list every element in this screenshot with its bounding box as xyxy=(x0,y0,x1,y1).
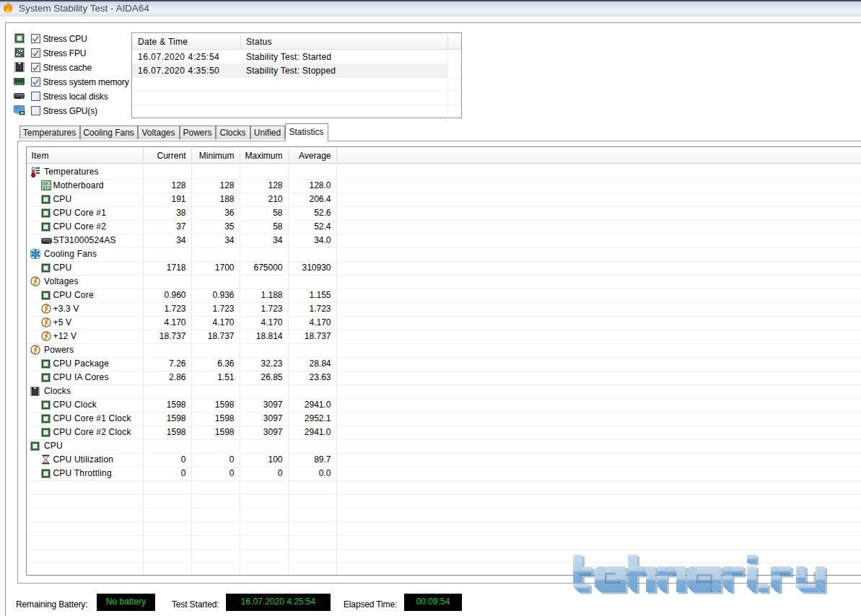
svg-text:%: % xyxy=(16,48,23,57)
